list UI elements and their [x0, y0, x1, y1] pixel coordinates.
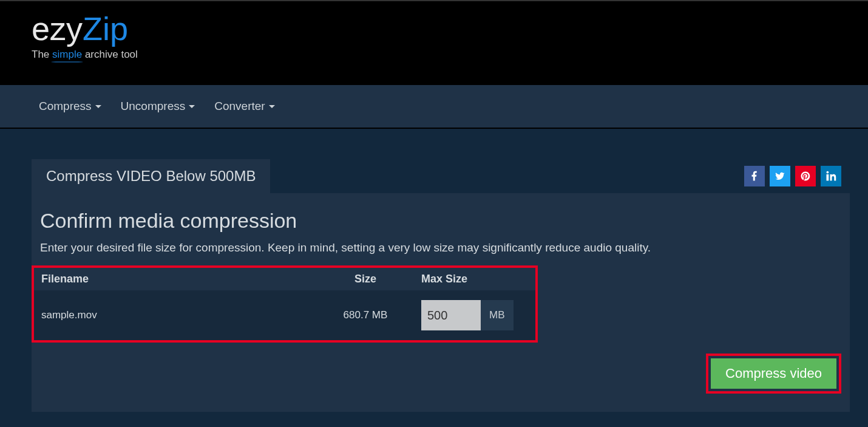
linkedin-share-button[interactable]	[821, 166, 841, 186]
file-table: Filename Size Max Size sample.mov 680.7 …	[34, 268, 535, 340]
content-area: Compress VIDEO Below 500MB Confirm me	[0, 128, 868, 427]
pinterest-icon	[800, 171, 811, 182]
cell-size: 680.7 MB	[317, 290, 414, 340]
main-panel: Confirm media compression Enter your des…	[32, 193, 850, 412]
maxsize-input[interactable]	[421, 300, 481, 330]
nav-uncompress-label: Uncompress	[121, 100, 186, 113]
unit-label: MB	[481, 300, 514, 330]
th-maxsize: Max Size	[414, 268, 535, 290]
compress-video-button[interactable]: Compress video	[711, 358, 836, 389]
social-buttons	[744, 166, 841, 186]
twitter-icon	[775, 171, 785, 182]
cell-maxsize: MB	[414, 290, 535, 340]
logo-part2: Zip	[83, 10, 128, 47]
tab-label: Compress VIDEO Below 500MB	[46, 168, 256, 184]
nav-converter-label: Converter	[214, 100, 265, 113]
table-row: sample.mov 680.7 MB MB	[34, 290, 535, 340]
facebook-icon	[749, 171, 760, 182]
logo-text: ezyZip	[32, 12, 868, 45]
active-tab[interactable]: Compress VIDEO Below 500MB	[32, 159, 270, 193]
cell-filename: sample.mov	[34, 290, 317, 340]
facebook-share-button[interactable]	[744, 166, 765, 186]
tagline-pre: The	[32, 49, 52, 60]
th-size: Size	[317, 268, 414, 290]
nav-compress-label: Compress	[39, 100, 92, 113]
tagline-simple: simple	[52, 49, 82, 60]
tab-row: Compress VIDEO Below 500MB	[32, 159, 850, 193]
file-table-highlight: Filename Size Max Size sample.mov 680.7 …	[32, 265, 538, 343]
logo[interactable]: ezyZip The simple archive tool	[32, 12, 868, 61]
logo-tagline: The simple archive tool	[32, 49, 868, 61]
header-bar: ezyZip The simple archive tool	[0, 0, 868, 85]
compress-button-highlight: Compress video	[706, 354, 841, 394]
nav-compress[interactable]: Compress	[32, 95, 109, 118]
panel-subtext: Enter your desired file size for compres…	[40, 241, 841, 254]
nav-uncompress[interactable]: Uncompress	[114, 95, 203, 118]
th-filename: Filename	[34, 268, 317, 290]
caret-down-icon	[95, 105, 101, 108]
panel-heading: Confirm media compression	[40, 209, 841, 233]
caret-down-icon	[269, 105, 275, 108]
tagline-post: archive tool	[82, 49, 138, 60]
twitter-share-button[interactable]	[770, 166, 790, 186]
linkedin-icon	[826, 171, 836, 182]
caret-down-icon	[189, 105, 195, 108]
nav-converter[interactable]: Converter	[207, 95, 282, 118]
main-navbar: Compress Uncompress Converter	[0, 85, 868, 128]
logo-part1: ezy	[32, 10, 83, 47]
instructions-header: Compression instructions below ?	[32, 412, 850, 427]
button-row: Compress video	[32, 354, 850, 394]
pinterest-share-button[interactable]	[795, 166, 816, 186]
